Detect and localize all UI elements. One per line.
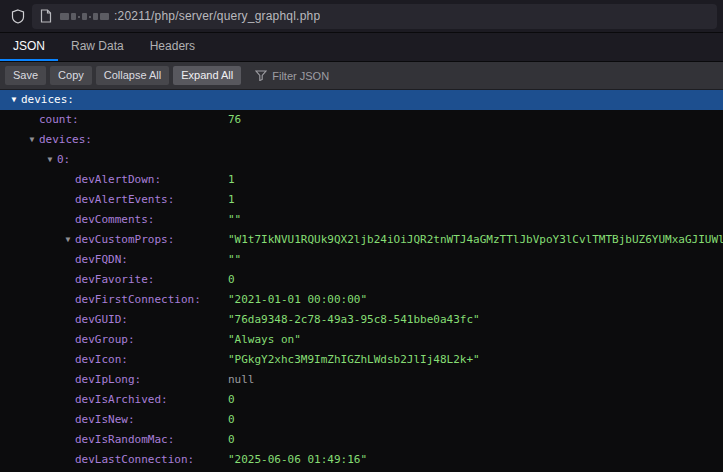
- json-row-devFQDN[interactable]: devFQDN:"": [0, 250, 723, 270]
- browser-topbar: :20211/php/server/query_graphql.php: [0, 0, 723, 33]
- tab-raw-data[interactable]: Raw Data: [58, 33, 137, 61]
- json-key: devIsNew:: [0, 413, 135, 426]
- json-value: 0: [228, 390, 235, 410]
- json-key: devFavorite:: [0, 273, 154, 286]
- json-value: "PGkgY2xhc3M9ImZhIGZhLWdsb2JlIj48L2k+": [228, 350, 480, 370]
- json-row-devFavorite[interactable]: devFavorite:0: [0, 270, 723, 290]
- json-viewer-tabbar: JSON Raw Data Headers: [0, 33, 723, 62]
- json-row-devices[interactable]: ▼devices:: [0, 130, 723, 150]
- json-key: devFirstConnection:: [0, 293, 201, 306]
- expand-all-button[interactable]: Expand All: [173, 66, 241, 85]
- json-key: devFQDN:: [0, 253, 128, 266]
- tab-json[interactable]: JSON: [0, 33, 58, 61]
- collapse-all-button[interactable]: Collapse All: [96, 66, 169, 85]
- filter-input[interactable]: [272, 70, 402, 82]
- json-key: devGroup:: [0, 333, 135, 346]
- url-bar[interactable]: :20211/php/server/query_graphql.php: [32, 4, 717, 29]
- twisty-expanded-icon[interactable]: ▼: [26, 130, 38, 150]
- filter-icon: [255, 70, 267, 81]
- page-info-icon[interactable]: [40, 9, 52, 23]
- json-value: "76da9348-2c78-49a3-95c8-541bbe0a43fc": [228, 310, 480, 330]
- json-value: 1: [228, 170, 235, 190]
- json-row-devIsArchived[interactable]: devIsArchived:0: [0, 390, 723, 410]
- json-value: 0: [228, 430, 235, 450]
- json-row-count[interactable]: count:76: [0, 110, 723, 130]
- twisty-expanded-icon[interactable]: ▼: [44, 150, 56, 170]
- json-key: devGUID:: [0, 313, 128, 326]
- json-row-devGroup[interactable]: devGroup:"Always on": [0, 330, 723, 350]
- json-row-0[interactable]: ▼0:: [0, 150, 723, 170]
- json-key: devAlertDown:: [0, 173, 161, 186]
- json-row-devices[interactable]: ▼devices:: [0, 90, 723, 110]
- json-row-devIsRandomMac[interactable]: devIsRandomMac:0: [0, 430, 723, 450]
- twisty-expanded-icon[interactable]: ▼: [8, 90, 20, 110]
- json-row-devCustomProps[interactable]: ▼devCustomProps:"W1t7IkNVU1RQUk9QX2ljb24…: [0, 230, 723, 250]
- json-row-devComments[interactable]: devComments:"": [0, 210, 723, 230]
- json-value: "2021-01-01 00:00:00": [228, 290, 367, 310]
- json-row-devFirstConnection[interactable]: devFirstConnection:"2021-01-01 00:00:00": [0, 290, 723, 310]
- save-button[interactable]: Save: [5, 66, 46, 85]
- filter-box: [255, 70, 402, 82]
- json-key: devAlertEvents:: [0, 193, 174, 206]
- json-row-devAlertEvents[interactable]: devAlertEvents:1: [0, 190, 723, 210]
- json-row-devIsNew[interactable]: devIsNew:0: [0, 410, 723, 430]
- json-value: 76: [228, 110, 241, 130]
- json-key: devComments:: [0, 213, 154, 226]
- host-redacted-blocks: [60, 13, 109, 20]
- url-text[interactable]: :20211/php/server/query_graphql.php: [114, 9, 320, 23]
- json-value: "Always on": [228, 330, 301, 350]
- json-value: null: [228, 370, 255, 390]
- tab-headers[interactable]: Headers: [137, 33, 208, 61]
- json-key: devices:: [0, 133, 92, 146]
- json-value: "": [228, 210, 241, 230]
- json-row-devGUID[interactable]: devGUID:"76da9348-2c78-49a3-95c8-541bbe0…: [0, 310, 723, 330]
- json-value: 1: [228, 190, 235, 210]
- shield-icon[interactable]: [6, 9, 30, 24]
- json-tree: ▼devices:count:76▼devices:▼0:devAlertDow…: [0, 90, 723, 472]
- browser-window: :20211/php/server/query_graphql.php JSON…: [0, 0, 723, 472]
- json-key: devIsArchived:: [0, 393, 168, 406]
- json-row-devIcon[interactable]: devIcon:"PGkgY2xhc3M9ImZhIGZhLWdsb2JlIj4…: [0, 350, 723, 370]
- json-value: 0: [228, 410, 235, 430]
- json-key: devIpLong:: [0, 373, 141, 386]
- json-row-devAlertDown[interactable]: devAlertDown:1: [0, 170, 723, 190]
- json-key: devLastConnection:: [0, 453, 194, 466]
- json-value: "W1t7IkNVU1RQUk9QX2ljb24iOiJQR2tnWTJ4aGM…: [228, 230, 723, 250]
- copy-button[interactable]: Copy: [50, 66, 92, 85]
- json-row-devIpLong[interactable]: devIpLong:null: [0, 370, 723, 390]
- json-value: "": [228, 250, 241, 270]
- json-viewer-toolbar: Save Copy Collapse All Expand All: [0, 62, 723, 90]
- json-key: devIcon:: [0, 353, 128, 366]
- json-key: count:: [0, 113, 79, 126]
- json-value: "2025-06-06 01:49:16": [228, 450, 367, 470]
- json-key: 0:: [0, 153, 70, 166]
- twisty-expanded-icon[interactable]: ▼: [62, 230, 74, 250]
- json-value: 0: [228, 270, 235, 290]
- json-key: devIsRandomMac:: [0, 433, 174, 446]
- json-key: devCustomProps:: [0, 233, 174, 246]
- json-row-devLastConnection[interactable]: devLastConnection:"2025-06-06 01:49:16": [0, 450, 723, 470]
